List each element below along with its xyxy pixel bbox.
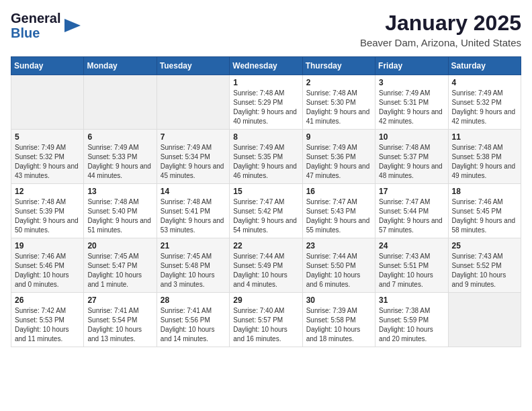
calendar-cell: 2Sunrise: 7:48 AMSunset: 5:30 PMDaylight… [302, 75, 375, 130]
day-number: 20 [87, 241, 152, 250]
logo-icon [63, 16, 83, 35]
day-number: 19 [15, 241, 80, 250]
day-number: 13 [87, 187, 152, 196]
day-info: Sunrise: 7:41 AMSunset: 5:56 PMDaylight:… [161, 306, 226, 344]
calendar-cell: 28Sunrise: 7:41 AMSunset: 5:56 PMDayligh… [157, 293, 229, 347]
day-number: 17 [379, 187, 444, 196]
day-info: Sunrise: 7:49 AMSunset: 5:32 PMDaylight:… [15, 143, 80, 181]
calendar-cell [448, 293, 521, 347]
calendar-cell: 24Sunrise: 7:43 AMSunset: 5:51 PMDayligh… [375, 238, 448, 293]
calendar-cell: 9Sunrise: 7:49 AMSunset: 5:36 PMDaylight… [302, 130, 375, 184]
calendar-cell: 25Sunrise: 7:43 AMSunset: 5:52 PMDayligh… [448, 238, 521, 293]
calendar-cell: 19Sunrise: 7:46 AMSunset: 5:46 PMDayligh… [11, 238, 84, 293]
day-info: Sunrise: 7:48 AMSunset: 5:37 PMDaylight:… [379, 143, 444, 181]
day-number: 9 [306, 132, 371, 142]
day-number: 26 [15, 295, 80, 305]
weekday-header-row: SundayMondayTuesdayWednesdayThursdayFrid… [11, 57, 521, 75]
calendar-cell [157, 75, 229, 130]
day-info: Sunrise: 7:47 AMSunset: 5:42 PMDaylight:… [233, 197, 298, 235]
day-number: 16 [306, 187, 371, 196]
day-number: 12 [15, 187, 80, 196]
day-number: 14 [161, 187, 226, 196]
calendar-cell: 16Sunrise: 7:47 AMSunset: 5:43 PMDayligh… [302, 184, 375, 238]
calendar-cell: 31Sunrise: 7:38 AMSunset: 5:59 PMDayligh… [375, 293, 448, 347]
calendar-cell [11, 75, 84, 130]
weekday-header: Sunday [11, 57, 84, 75]
day-info: Sunrise: 7:46 AMSunset: 5:46 PMDaylight:… [15, 252, 80, 289]
day-number: 28 [161, 295, 226, 305]
calendar-cell: 3Sunrise: 7:49 AMSunset: 5:31 PMDaylight… [375, 75, 448, 130]
day-info: Sunrise: 7:48 AMSunset: 5:41 PMDaylight:… [161, 197, 226, 235]
calendar-cell: 11Sunrise: 7:48 AMSunset: 5:38 PMDayligh… [448, 130, 521, 184]
calendar-cell: 5Sunrise: 7:49 AMSunset: 5:32 PMDaylight… [11, 130, 84, 184]
day-number: 8 [233, 132, 298, 142]
day-info: Sunrise: 7:48 AMSunset: 5:40 PMDaylight:… [87, 197, 152, 235]
weekday-header: Wednesday [230, 57, 302, 75]
day-info: Sunrise: 7:49 AMSunset: 5:31 PMDaylight:… [379, 89, 444, 126]
weekday-header: Saturday [448, 57, 521, 75]
day-number: 7 [161, 132, 226, 142]
day-number: 29 [233, 295, 298, 305]
calendar-cell: 14Sunrise: 7:48 AMSunset: 5:41 PMDayligh… [157, 184, 229, 238]
calendar-cell: 18Sunrise: 7:46 AMSunset: 5:45 PMDayligh… [448, 184, 521, 238]
calendar-cell: 13Sunrise: 7:48 AMSunset: 5:40 PMDayligh… [84, 184, 157, 238]
day-info: Sunrise: 7:49 AMSunset: 5:35 PMDaylight:… [233, 143, 298, 181]
weekday-header: Monday [84, 57, 157, 75]
day-number: 15 [233, 187, 298, 196]
day-number: 4 [452, 78, 517, 87]
day-number: 30 [306, 295, 371, 305]
calendar-cell: 22Sunrise: 7:44 AMSunset: 5:49 PMDayligh… [230, 238, 302, 293]
calendar-cell: 20Sunrise: 7:45 AMSunset: 5:47 PMDayligh… [84, 238, 157, 293]
logo-text: GeneralBlue [11, 11, 60, 40]
day-number: 11 [452, 132, 517, 142]
day-number: 10 [379, 132, 444, 142]
calendar-week-row: 12Sunrise: 7:48 AMSunset: 5:39 PMDayligh… [11, 184, 521, 238]
logo: GeneralBlue [11, 11, 83, 40]
day-number: 27 [87, 295, 152, 305]
day-info: Sunrise: 7:48 AMSunset: 5:39 PMDaylight:… [15, 197, 80, 235]
day-info: Sunrise: 7:49 AMSunset: 5:32 PMDaylight:… [452, 89, 517, 126]
day-info: Sunrise: 7:44 AMSunset: 5:50 PMDaylight:… [306, 252, 371, 289]
day-number: 6 [87, 132, 152, 142]
weekday-header: Tuesday [157, 57, 229, 75]
day-number: 5 [15, 132, 80, 142]
day-number: 18 [452, 187, 517, 196]
calendar-week-row: 1Sunrise: 7:48 AMSunset: 5:29 PMDaylight… [11, 75, 521, 130]
day-number: 3 [379, 78, 444, 87]
weekday-header: Thursday [302, 57, 375, 75]
day-number: 2 [306, 78, 371, 87]
day-info: Sunrise: 7:47 AMSunset: 5:43 PMDaylight:… [306, 197, 371, 235]
calendar-cell: 30Sunrise: 7:39 AMSunset: 5:58 PMDayligh… [302, 293, 375, 347]
day-info: Sunrise: 7:43 AMSunset: 5:52 PMDaylight:… [452, 252, 517, 289]
calendar-cell: 29Sunrise: 7:40 AMSunset: 5:57 PMDayligh… [230, 293, 302, 347]
weekday-header: Friday [375, 57, 448, 75]
svg-marker-0 [64, 19, 81, 32]
day-info: Sunrise: 7:40 AMSunset: 5:57 PMDaylight:… [233, 306, 298, 344]
day-info: Sunrise: 7:45 AMSunset: 5:48 PMDaylight:… [161, 252, 226, 289]
calendar-cell: 7Sunrise: 7:49 AMSunset: 5:34 PMDaylight… [157, 130, 229, 184]
day-number: 25 [452, 241, 517, 250]
day-number: 22 [233, 241, 298, 250]
calendar-cell: 27Sunrise: 7:41 AMSunset: 5:54 PMDayligh… [84, 293, 157, 347]
day-info: Sunrise: 7:48 AMSunset: 5:29 PMDaylight:… [233, 89, 298, 126]
calendar-cell [84, 75, 157, 130]
day-number: 24 [379, 241, 444, 250]
calendar-cell: 17Sunrise: 7:47 AMSunset: 5:44 PMDayligh… [375, 184, 448, 238]
day-info: Sunrise: 7:48 AMSunset: 5:38 PMDaylight:… [452, 143, 517, 181]
calendar-table: SundayMondayTuesdayWednesdayThursdayFrid… [11, 56, 521, 347]
day-info: Sunrise: 7:42 AMSunset: 5:53 PMDaylight:… [15, 306, 80, 344]
calendar-cell: 21Sunrise: 7:45 AMSunset: 5:48 PMDayligh… [157, 238, 229, 293]
calendar-week-row: 26Sunrise: 7:42 AMSunset: 5:53 PMDayligh… [11, 293, 521, 347]
title-block: January 2025 Beaver Dam, Arizona, United… [360, 11, 521, 48]
day-info: Sunrise: 7:48 AMSunset: 5:30 PMDaylight:… [306, 89, 371, 126]
day-info: Sunrise: 7:39 AMSunset: 5:58 PMDaylight:… [306, 306, 371, 344]
day-info: Sunrise: 7:49 AMSunset: 5:36 PMDaylight:… [306, 143, 371, 181]
day-info: Sunrise: 7:49 AMSunset: 5:33 PMDaylight:… [87, 143, 152, 181]
day-info: Sunrise: 7:45 AMSunset: 5:47 PMDaylight:… [87, 252, 152, 289]
day-info: Sunrise: 7:41 AMSunset: 5:54 PMDaylight:… [87, 306, 152, 344]
calendar-week-row: 19Sunrise: 7:46 AMSunset: 5:46 PMDayligh… [11, 238, 521, 293]
day-number: 1 [233, 78, 298, 87]
day-info: Sunrise: 7:49 AMSunset: 5:34 PMDaylight:… [161, 143, 226, 181]
calendar-cell: 4Sunrise: 7:49 AMSunset: 5:32 PMDaylight… [448, 75, 521, 130]
location-subtitle: Beaver Dam, Arizona, United States [360, 37, 521, 48]
